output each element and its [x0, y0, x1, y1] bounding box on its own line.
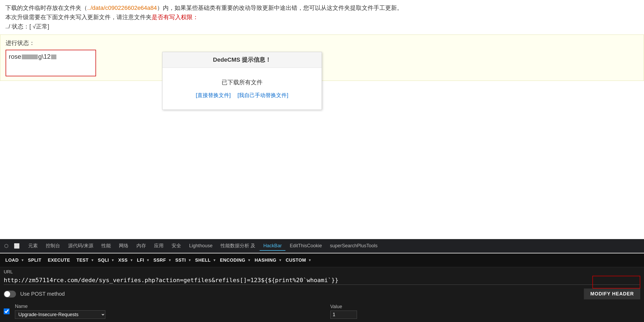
test-button[interactable]: TEST [74, 256, 91, 264]
ssti-dropdown-icon[interactable]: ▼ [188, 258, 192, 262]
tab-hackbar[interactable]: HackBar [260, 241, 285, 251]
tab-memory[interactable]: 内存 [133, 241, 150, 251]
header-name-col: Name Upgrade-Insecure-Requests [15, 304, 325, 319]
modify-header-button[interactable]: MODIFY HEADER [584, 288, 640, 299]
url-input-wrap [4, 276, 640, 285]
tab-lighthouse[interactable]: Lighthouse [185, 241, 216, 251]
permission-link[interactable]: 是否有写入权限： [152, 14, 198, 20]
hashing-button[interactable]: HASHING [252, 256, 279, 264]
shell-dropdown-icon[interactable]: ▼ [213, 258, 216, 262]
post-row: Use POST method MODIFY HEADER [0, 286, 644, 302]
shell-button[interactable]: SHELL [193, 256, 213, 264]
lfi-button[interactable]: LFI [134, 256, 147, 264]
custom-button[interactable]: CUSTOM [283, 256, 309, 264]
test-dropdown-icon[interactable]: ▼ [91, 258, 94, 262]
downloaded-text: 已下载所有文件 [168, 78, 316, 86]
post-toggle[interactable] [4, 291, 16, 298]
encoding-button[interactable]: ENCODING [217, 256, 248, 264]
sqli-dropdown-icon[interactable]: ▼ [111, 258, 115, 262]
tab-sources[interactable]: 源代码/来源 [64, 241, 97, 251]
xss-button[interactable]: XSS [115, 256, 130, 264]
line2: 本次升级需要在下面文件夹写入更新文件，请注意文件夹是否有写入权限： [5, 12, 639, 22]
manual-replace-link[interactable]: [我自己手动替换文件] [238, 92, 288, 98]
tab-perf-analysis[interactable]: 性能数据分析 及 [217, 241, 259, 251]
tab-editthiscookie[interactable]: EditThisCookie [286, 241, 326, 251]
line1: 下载的文件临时存放在文件夹（../data/c090226602e64a84）内… [5, 3, 639, 12]
devtools-toolbar: ⬡ ⬜ 元素 控制台 源代码/来源 性能 网络 内存 应用 安全 Lightho… [0, 239, 644, 253]
redacted-2 [51, 55, 56, 59]
ssrf-dropdown-icon[interactable]: ▼ [168, 258, 172, 262]
url-section: URL [0, 267, 644, 286]
header-name-select[interactable]: Upgrade-Insecure-Requests [15, 310, 105, 319]
dedecms-links: [直接替换文件] [我自己手动替换文件] [168, 92, 316, 99]
tab-console[interactable]: 控制台 [42, 241, 64, 251]
ssti-button[interactable]: SSTI [173, 256, 189, 264]
post-label: Use POST method [20, 291, 65, 297]
hashing-dropdown-icon[interactable]: ▼ [279, 258, 282, 262]
device-icon[interactable]: ⬜ [12, 242, 22, 250]
url-input[interactable] [4, 276, 640, 285]
tab-elements[interactable]: 元素 [24, 241, 41, 251]
status-label: 进行状态： [6, 39, 638, 47]
header-checkbox[interactable] [4, 308, 10, 314]
hackbar-area: LOAD ▼ SPLIT EXECUTE TEST ▼ SQLI ▼ XSS ▼… [0, 253, 644, 322]
header-name-label: Name [15, 304, 325, 309]
execute-button[interactable]: EXECUTE [45, 256, 73, 264]
redacted-1 [22, 55, 38, 59]
tab-security[interactable]: 安全 [168, 241, 185, 251]
xss-dropdown-icon[interactable]: ▼ [130, 258, 133, 262]
tab-network[interactable]: 网络 [115, 241, 132, 251]
header-value-input[interactable] [330, 311, 357, 319]
dedecms-body: 已下载所有文件 [直接替换文件] [我自己手动替换文件] [163, 68, 322, 110]
header-value-label: Value [330, 304, 641, 310]
split-button[interactable]: SPLIT [25, 256, 44, 264]
status-box: roseg\12 [6, 50, 96, 76]
lfi-dropdown-icon[interactable]: ▼ [146, 258, 150, 262]
dedecms-header: DedeCMS 提示信息！ [163, 52, 322, 68]
load-button[interactable]: LOAD [3, 256, 21, 264]
tab-icons: ⬡ ⬜ [2, 242, 22, 250]
hackbar-toolbar: LOAD ▼ SPLIT EXECUTE TEST ▼ SQLI ▼ XSS ▼… [0, 253, 644, 267]
url-label: URL [4, 269, 640, 275]
status-area: 进行状态： roseg\12 [0, 35, 644, 81]
path-link[interactable]: ../data/c090226602e64a84 [87, 5, 157, 11]
toggle-knob [4, 291, 10, 297]
direct-replace-link[interactable]: [直接替换文件] [196, 92, 231, 98]
dedecms-modal: DedeCMS 提示信息！ 已下载所有文件 [直接替换文件] [我自己手动替换文… [162, 52, 322, 110]
inspect-icon[interactable]: ⬡ [2, 242, 11, 250]
header-value-col: Value [330, 304, 641, 319]
header-row: Name Upgrade-Insecure-Requests Value [0, 302, 644, 319]
tab-application[interactable]: 应用 [150, 241, 167, 251]
tab-supersearch[interactable]: superSearchPlusTools [326, 241, 381, 251]
top-content: 下载的文件临时存放在文件夹（../data/c090226602e64a84）内… [0, 0, 644, 35]
path-status: ../ 状态：[ √正常] [5, 22, 639, 31]
load-dropdown-icon[interactable]: ▼ [21, 258, 24, 262]
custom-dropdown-icon[interactable]: ▼ [308, 258, 311, 262]
tab-performance[interactable]: 性能 [98, 241, 115, 251]
encoding-dropdown-icon[interactable]: ▼ [247, 258, 251, 262]
ssrf-button[interactable]: SSRF [151, 256, 169, 264]
sqli-button[interactable]: SQLI [95, 256, 112, 264]
